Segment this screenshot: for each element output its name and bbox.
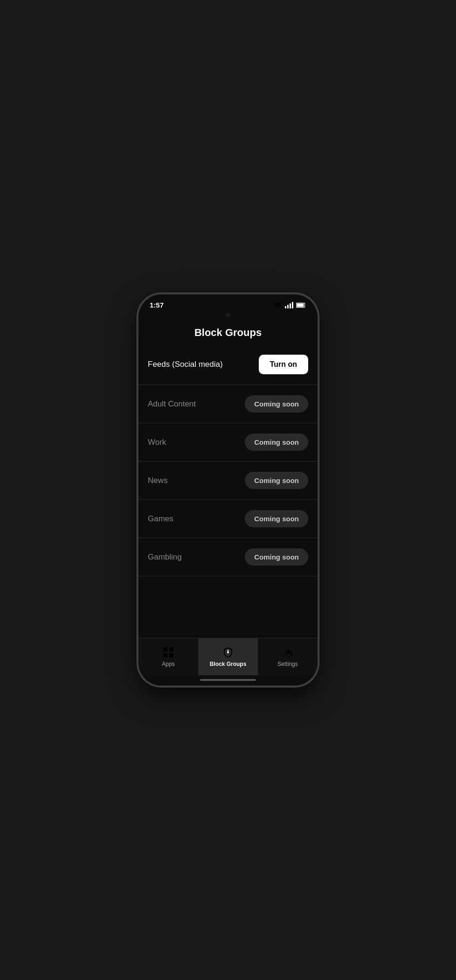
svg-rect-4	[169, 647, 173, 651]
page-title: Block Groups	[194, 327, 262, 338]
coming-soon-badge-news: Coming soon	[245, 472, 308, 489]
nav-label-block-groups: Block Groups	[210, 661, 247, 667]
nav-label-apps: Apps	[162, 661, 174, 667]
bottom-nav: Apps Block Groups	[138, 638, 318, 675]
svg-rect-2	[297, 303, 304, 307]
svg-rect-6	[169, 653, 173, 658]
item-label-feeds: Feeds (Social media)	[148, 360, 223, 369]
list-item-games: Games Coming soon	[138, 500, 318, 538]
nav-item-block-groups[interactable]: Block Groups	[198, 638, 258, 675]
coming-soon-badge-games: Coming soon	[245, 510, 308, 527]
screen: 1:57	[138, 294, 318, 686]
list-item-gambling: Gambling Coming soon	[138, 538, 318, 576]
nav-item-settings[interactable]: Settings	[258, 638, 318, 675]
battery-icon	[296, 302, 306, 308]
coming-soon-badge-work: Coming soon	[245, 434, 308, 451]
item-label-games: Games	[148, 514, 173, 524]
list-item-news: News Coming soon	[138, 462, 318, 500]
list-item-work: Work Coming soon	[138, 423, 318, 462]
page-title-bar: Block Groups	[138, 319, 318, 344]
nav-label-settings: Settings	[277, 661, 297, 667]
list-item-feeds: Feeds (Social media) Turn on	[138, 344, 318, 385]
coming-soon-badge-adult-content: Coming soon	[245, 395, 308, 413]
home-bar	[200, 679, 256, 681]
status-time: 1:57	[150, 301, 164, 309]
item-label-news: News	[148, 476, 168, 485]
camera-dot	[226, 313, 230, 317]
home-indicator	[138, 675, 318, 686]
scroll-area[interactable]: Feeds (Social media) Turn on Adult Conte…	[138, 344, 318, 638]
item-label-work: Work	[148, 438, 166, 447]
svg-point-0	[277, 307, 278, 308]
status-bar: 1:57	[138, 294, 318, 312]
nav-item-apps[interactable]: Apps	[138, 638, 198, 675]
item-label-gambling: Gambling	[148, 553, 182, 562]
coming-soon-badge-gambling: Coming soon	[245, 548, 308, 566]
item-label-adult-content: Adult Content	[148, 399, 196, 409]
svg-rect-5	[163, 653, 167, 658]
status-icons	[274, 302, 306, 308]
list-item-adult-content: Adult Content Coming soon	[138, 385, 318, 423]
svg-rect-3	[163, 647, 167, 651]
apps-icon	[162, 646, 174, 658]
shield-icon	[222, 646, 234, 658]
turn-on-button[interactable]: Turn on	[259, 355, 308, 374]
phone-shell: 1:57	[137, 293, 319, 687]
settings-icon	[282, 646, 294, 658]
camera-area	[138, 312, 318, 319]
signal-icon	[285, 302, 293, 308]
wifi-icon	[274, 302, 282, 308]
main-content: Block Groups Feeds (Social media) Turn o…	[138, 319, 318, 686]
